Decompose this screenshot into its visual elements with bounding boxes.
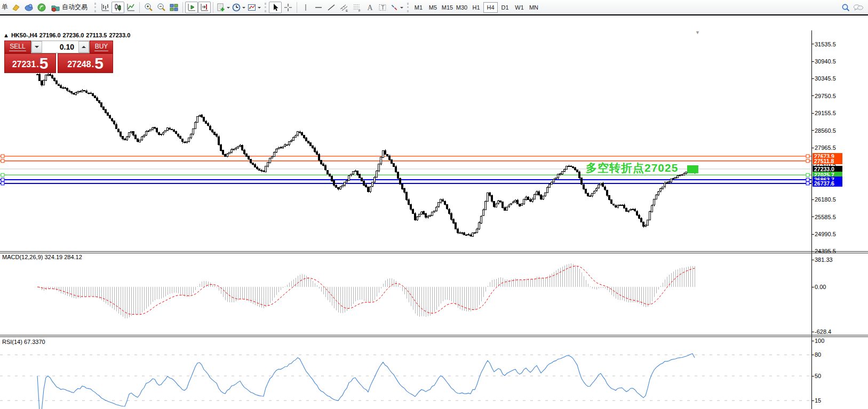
text-label-icon[interactable]: T [376, 2, 389, 13]
chart-header: ▲HK50-,H427196.027236.027113.527233.0 [3, 32, 132, 38]
triangle-up-icon [82, 44, 86, 48]
crosshair-icon[interactable] [282, 2, 294, 13]
buy-button[interactable]: BUY [90, 41, 113, 53]
fibonacci-icon[interactable]: F [351, 2, 363, 13]
search-icon[interactable] [839, 2, 852, 13]
timeframe-d1[interactable]: D1 [498, 2, 512, 13]
chart-shift-icon[interactable] [198, 2, 211, 13]
ohlc-high: 27236.0 [63, 32, 84, 38]
zoom-out-icon[interactable] [155, 2, 168, 13]
arrows-icon [389, 3, 399, 12]
chart-annotation[interactable]: 多空转折点27025 [586, 161, 692, 175]
volume-increase-button[interactable] [78, 41, 89, 53]
one-click-trading-panel: SELL 0.10 BUY 27231.5 27248.5 [4, 41, 113, 73]
ohlc-close: 27233.0 [109, 32, 130, 38]
timeframe-m15[interactable]: M15 [440, 2, 455, 13]
horizontal-line-icon[interactable] [312, 2, 325, 13]
cursor-icon[interactable] [269, 2, 282, 13]
ohlc-low: 27113.5 [86, 32, 107, 38]
dropdown-caret [258, 7, 261, 10]
chat-icon[interactable] [852, 2, 865, 13]
ohlc-open: 27196.0 [39, 32, 61, 38]
text-tool-icon[interactable]: A [363, 2, 376, 13]
main-toolbar: 单 自动交易 [0, 0, 868, 14]
triangle-down-icon [35, 46, 39, 50]
chart-shift-marker[interactable]: ▼ [695, 30, 700, 35]
sell-price[interactable]: 27231.5 [4, 53, 56, 73]
templates-button[interactable] [246, 2, 262, 13]
buy-price[interactable]: 27248.5 [58, 53, 113, 73]
buy-marker[interactable] [687, 165, 698, 173]
community-icon[interactable] [22, 2, 35, 13]
line-chart-icon[interactable] [124, 2, 137, 13]
timeframe-m30[interactable]: M30 [455, 2, 469, 13]
volume-input[interactable]: 0.10 [42, 41, 78, 53]
symbol-period-label: HK50-,H4 [11, 32, 37, 38]
toolbar-grip[interactable] [407, 3, 409, 12]
timeframe-m5[interactable]: M5 [426, 2, 440, 13]
clock-icon [232, 3, 241, 12]
add-indicator-icon [216, 3, 226, 12]
metaeditor-icon[interactable] [10, 2, 22, 13]
equidistant-channel-icon[interactable]: E [338, 2, 351, 13]
autotrade-button[interactable]: 自动交易 [48, 2, 92, 13]
bar-chart-icon[interactable] [99, 2, 112, 13]
new-order-button[interactable]: 单 [0, 3, 10, 12]
vertical-line-icon[interactable] [299, 2, 312, 13]
volume-decrease-button[interactable] [31, 41, 42, 53]
autotrade-icon [51, 3, 60, 12]
collapse-panel-icon[interactable]: ▲ [3, 32, 9, 38]
svg-text:T: T [381, 4, 385, 10]
dropdown-caret [227, 7, 230, 10]
timeframe-w1[interactable]: W1 [512, 2, 527, 13]
candlestick-chart-icon[interactable] [112, 2, 124, 13]
template-icon [247, 3, 257, 12]
sell-button[interactable]: SELL [4, 41, 31, 53]
timeframe-mn[interactable]: MN [527, 2, 541, 13]
timeframe-group: M1M5M15M30H1H4D1W1MN [411, 2, 541, 13]
svg-text:A: A [368, 4, 373, 12]
dropdown-caret [242, 7, 245, 10]
timeframe-h4[interactable]: H4 [483, 2, 498, 13]
chart-canvas[interactable] [0, 15, 868, 409]
volume-stepper: 0.10 [31, 41, 90, 53]
svg-text:F: F [359, 9, 361, 12]
timeframe-m1[interactable]: M1 [411, 2, 426, 13]
auto-scroll-icon[interactable] [185, 2, 198, 13]
periods-button[interactable] [231, 2, 246, 13]
toolbar-grip[interactable] [265, 3, 266, 12]
signals-icon[interactable] [35, 2, 48, 13]
trendline-icon[interactable] [325, 2, 338, 13]
autotrade-label: 自动交易 [60, 3, 89, 12]
dropdown-caret [400, 7, 403, 10]
svg-text:E: E [346, 9, 348, 12]
chart-window[interactable]: 31535.530940.530345.529750.529155.528560… [0, 14, 868, 409]
zoom-in-icon[interactable] [142, 2, 155, 13]
arrows-tool-button[interactable] [389, 2, 404, 13]
tile-windows-icon[interactable] [168, 2, 180, 13]
add-indicator-button[interactable] [216, 2, 231, 13]
toolbar-grip[interactable] [94, 3, 96, 12]
timeframe-h1[interactable]: H1 [469, 2, 483, 13]
